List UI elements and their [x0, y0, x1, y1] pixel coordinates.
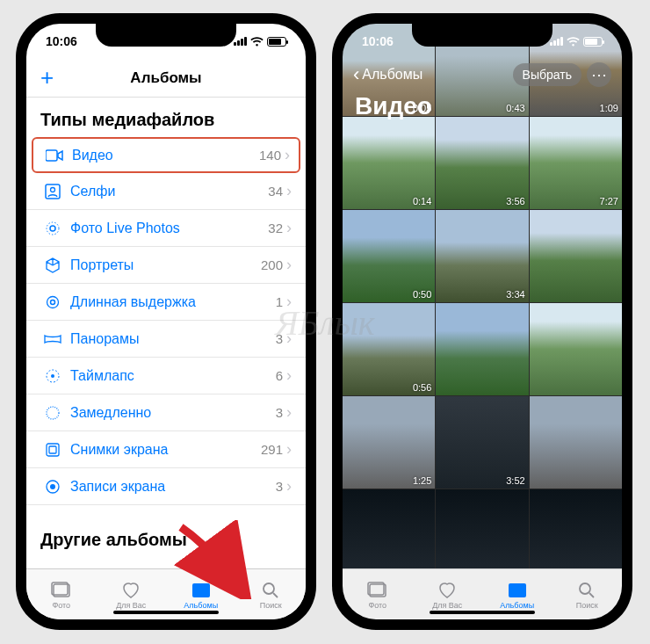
row-timelapse[interactable]: Таймлапс 6 › — [26, 358, 306, 394]
list-container: Типы медиафайлов Видео 140 › Селфи 34 › … — [26, 98, 306, 568]
battery-icon — [583, 37, 603, 47]
duration: 0:14 — [413, 196, 431, 206]
row-longexposure[interactable]: Длинная выдержка 1 › — [26, 284, 306, 321]
status-icons — [234, 37, 286, 47]
video-thumb[interactable] — [530, 396, 622, 488]
svg-point-3 — [50, 226, 55, 231]
row-label: Длинная выдержка — [65, 294, 276, 310]
video-thumb[interactable]: 0:56 — [343, 303, 435, 395]
status-icons — [550, 37, 603, 47]
row-label: Замедленно — [65, 405, 276, 421]
row-selfie[interactable]: Селфи 34 › — [26, 173, 306, 210]
tab-label: Для Вас — [432, 601, 462, 610]
ellipsis-icon: ⋯ — [591, 65, 607, 84]
video-thumb[interactable]: 1:25 — [343, 396, 435, 488]
video-thumb[interactable]: 7:27 — [530, 117, 622, 209]
row-screenshots[interactable]: Снимки экрана 291 › — [26, 431, 306, 468]
photos-icon — [51, 580, 72, 599]
search-icon — [576, 580, 597, 599]
section-header-mediatypes: Типы медиафайлов — [26, 98, 306, 137]
row-label: Записи экрана — [65, 479, 276, 495]
svg-point-23 — [580, 583, 590, 594]
duration: 3:52 — [506, 475, 524, 486]
video-thumb[interactable] — [530, 489, 622, 568]
albums-icon — [507, 580, 528, 599]
livephoto-icon — [40, 221, 65, 236]
row-screenrec[interactable]: Записи экрана 3 › — [26, 468, 306, 505]
duration: 7:27 — [600, 196, 618, 206]
video-thumb[interactable]: 0:50 — [343, 210, 435, 302]
row-count: 291 — [261, 442, 283, 457]
add-button[interactable]: + — [40, 64, 54, 91]
notch — [96, 24, 236, 47]
chevron-icon: › — [283, 293, 292, 311]
row-label: Таймлапс — [65, 368, 276, 384]
screenrec-icon — [40, 479, 65, 495]
back-button[interactable]: ‹ Альбомы — [353, 63, 422, 86]
row-video[interactable]: Видео 140 › — [32, 137, 300, 173]
nav-bar: + Альбомы — [26, 59, 306, 98]
row-count: 6 — [276, 368, 283, 383]
row-livephotos[interactable]: Фото Live Photos 32 › — [26, 210, 306, 247]
row-portraits[interactable]: Портреты 200 › — [26, 247, 306, 284]
home-indicator — [430, 611, 535, 614]
timelapse-icon — [40, 368, 65, 384]
svg-rect-11 — [49, 446, 56, 453]
wifi-icon — [250, 37, 264, 47]
video-thumb[interactable] — [530, 303, 622, 395]
svg-rect-22 — [509, 583, 526, 597]
cellular-icon — [234, 37, 247, 46]
svg-point-6 — [47, 296, 59, 308]
tab-search[interactable]: Поиск — [552, 569, 623, 619]
photos-icon — [367, 580, 388, 599]
video-thumb[interactable] — [436, 489, 528, 568]
video-thumb[interactable]: 3:52 — [436, 396, 528, 488]
chevron-icon: › — [283, 256, 292, 274]
video-thumb[interactable] — [436, 303, 528, 395]
svg-point-2 — [51, 187, 55, 192]
row-label: Селфи — [65, 184, 268, 199]
clock: 10:06 — [362, 34, 394, 48]
tab-label: Поиск — [576, 601, 598, 610]
cube-icon — [40, 257, 65, 273]
notch — [412, 24, 552, 47]
phone-frame-left: 10:06 + Альбомы Типы медиафайлов Видео 1… — [16, 13, 316, 630]
selfie-icon — [40, 184, 65, 199]
chevron-icon: › — [283, 219, 292, 237]
svg-point-4 — [47, 222, 59, 235]
video-thumb[interactable]: 0:14 — [343, 117, 435, 209]
panorama-icon — [40, 334, 65, 344]
row-label: Портреты — [65, 257, 261, 273]
wifi-icon — [567, 37, 580, 47]
tab-photos[interactable]: Фото — [26, 569, 97, 619]
chevron-icon: › — [283, 403, 292, 422]
tab-photos[interactable]: Фото — [343, 569, 413, 619]
tab-label: Фото — [368, 601, 386, 610]
slomo-icon — [40, 405, 65, 421]
row-label: Снимки экрана — [65, 442, 261, 458]
longexposure-icon — [40, 294, 65, 310]
more-button[interactable]: ⋯ — [587, 62, 611, 87]
video-icon — [42, 149, 67, 162]
foryou-icon — [437, 580, 458, 599]
nav-title: Альбомы — [130, 69, 201, 87]
row-label: Фото Live Photos — [65, 221, 268, 236]
svg-rect-0 — [46, 150, 57, 161]
chevron-left-icon: ‹ — [353, 63, 359, 86]
svg-line-24 — [589, 593, 594, 597]
row-imported[interactable]: Импортированные 114 › — [26, 557, 306, 568]
screen-right: 0:05 0:43 1:09 0:14 3:56 7:27 0:50 3:34 … — [343, 24, 622, 619]
duration: 3:34 — [506, 289, 524, 300]
duration: 3:56 — [506, 196, 524, 206]
row-count: 3 — [276, 479, 283, 494]
video-thumb[interactable]: 3:56 — [436, 117, 528, 209]
video-thumb[interactable] — [530, 210, 622, 302]
svg-point-18 — [264, 583, 274, 594]
select-button[interactable]: Выбрать — [513, 63, 581, 86]
tab-search[interactable]: Поиск — [236, 569, 307, 619]
row-slomo[interactable]: Замедленно 3 › — [26, 394, 306, 431]
duration: 0:50 — [413, 289, 431, 300]
row-panoramas[interactable]: Панорамы 3 › — [26, 321, 306, 358]
video-thumb[interactable] — [343, 489, 435, 568]
video-thumb[interactable]: 3:34 — [436, 210, 528, 302]
